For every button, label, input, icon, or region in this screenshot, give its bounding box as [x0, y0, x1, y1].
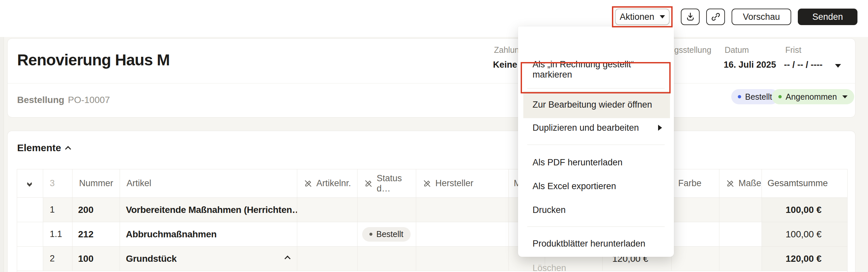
- gray-dot-icon: [369, 233, 372, 236]
- empty-cell: [672, 247, 719, 271]
- empty-cell: [358, 198, 416, 222]
- document-type-label: Bestellung: [17, 95, 64, 105]
- submenu-arrow-icon: [658, 125, 662, 131]
- edit-disabled-icon: [423, 179, 431, 188]
- empty-cell: [416, 247, 509, 271]
- items-table: 3 Nummer Artikel Artikelnr. Status d… He…: [17, 169, 847, 272]
- empty-cell: [297, 198, 358, 222]
- send-button[interactable]: Senden: [798, 8, 858, 25]
- download-icon: [685, 12, 695, 22]
- edit-disabled-icon: [364, 179, 373, 188]
- empty-cell: [297, 247, 358, 271]
- edit-disabled-icon: [726, 179, 735, 188]
- empty-cell: [416, 198, 509, 222]
- menu-item-delete[interactable]: Löschen: [518, 256, 674, 272]
- menu-divider: [527, 88, 665, 88]
- blue-dot-icon: [738, 95, 741, 98]
- preview-button[interactable]: Vorschau: [732, 8, 791, 25]
- status-pill-bestellt: Bestellt: [362, 227, 411, 242]
- column-header-gesamtsumme[interactable]: Gesamtsumme: [762, 169, 847, 198]
- empty-cell: [672, 222, 719, 247]
- sidebar-edge: [0, 37, 4, 272]
- menu-divider: [527, 144, 665, 145]
- row-expand-cell: [17, 247, 43, 271]
- row-code-cell[interactable]: 100: [72, 247, 120, 271]
- column-header-artikelnr[interactable]: Artikelnr.: [297, 169, 358, 198]
- row-number-cell[interactable]: 1.1: [43, 222, 72, 247]
- date-label: Datum: [725, 45, 749, 55]
- row-number-cell[interactable]: 1: [43, 198, 72, 222]
- row-article-cell[interactable]: Abbruchmaßnahmen: [120, 222, 297, 247]
- empty-cell: [719, 198, 762, 222]
- column-header-hersteller[interactable]: Hersteller: [416, 169, 509, 198]
- row-status-cell[interactable]: Bestellt: [358, 222, 416, 247]
- column-header-farbe[interactable]: Farbe: [672, 169, 719, 198]
- column-header-status[interactable]: Status d…: [358, 169, 416, 198]
- collapse-group-icon[interactable]: [284, 255, 290, 262]
- elements-section-title: Elemente: [17, 142, 61, 154]
- empty-cell: [416, 222, 509, 247]
- due-label: Frist: [785, 45, 801, 55]
- row-article-cell[interactable]: Grundstück: [120, 247, 297, 271]
- green-dot-icon: [778, 95, 782, 98]
- row-total-cell: 120,00 €: [762, 247, 847, 271]
- download-button[interactable]: [681, 8, 700, 25]
- copy-link-button[interactable]: [706, 8, 725, 25]
- collapse-section-icon[interactable]: [66, 146, 70, 153]
- menu-item-export-excel[interactable]: Als Excel exportieren: [518, 174, 674, 198]
- status-badge-label: Bestellt: [745, 92, 772, 102]
- row-number-cell[interactable]: 2: [43, 247, 72, 271]
- expand-all-rows-button[interactable]: [17, 169, 43, 198]
- row-code-cell[interactable]: 200: [72, 198, 120, 222]
- empty-cell: [297, 222, 358, 247]
- stellung-label-fragment: gsstellung: [674, 45, 711, 55]
- chevron-down-icon: [842, 96, 847, 98]
- page-title: Renovierung Haus M: [17, 51, 170, 69]
- menu-item-duplicate[interactable]: Duplizieren und bearbeiten: [518, 116, 674, 140]
- menu-item-reopen[interactable]: Zur Bearbeitung wieder öffnen: [518, 93, 674, 116]
- preview-button-label: Vorschau: [743, 12, 780, 22]
- edit-disabled-icon: [304, 179, 312, 188]
- row-expand-cell: [17, 222, 43, 247]
- empty-cell: [719, 247, 762, 271]
- document-number: PO-10007: [68, 95, 110, 105]
- actions-menu: Als „in Rechnung gestellt“ markieren Zur…: [518, 26, 674, 257]
- due-value[interactable]: -- / -- / ----: [784, 60, 823, 70]
- payment-terms-label: Zahlun: [494, 45, 519, 55]
- row-total-cell: 100,00 €: [762, 222, 847, 247]
- chevron-down-icon: [660, 15, 665, 19]
- status-badge-label: Angenommen: [786, 92, 837, 102]
- column-header-artikel[interactable]: Artikel: [120, 169, 297, 198]
- menu-item-mark-invoiced[interactable]: Als „in Rechnung gestellt“ markieren: [518, 58, 674, 82]
- empty-cell: [719, 222, 762, 247]
- payment-terms-value[interactable]: Keine: [493, 60, 517, 70]
- menu-item-print[interactable]: Drucken: [518, 198, 674, 222]
- send-button-label: Senden: [812, 12, 843, 22]
- empty-cell: [358, 247, 416, 271]
- card-divider: [7, 83, 855, 83]
- row-code-cell[interactable]: 212: [72, 222, 120, 247]
- menu-item-download-pdf[interactable]: Als PDF herunterladen: [518, 151, 674, 174]
- column-header-masse[interactable]: Maße: [719, 169, 762, 198]
- row-article-cell[interactable]: Vorbereitende Maßnahmen (Herrichten…: [120, 198, 297, 222]
- actions-button-label: Aktionen: [620, 12, 654, 22]
- column-header-count: 3: [43, 169, 72, 198]
- row-total-cell: 100,00 €: [762, 198, 847, 222]
- double-chevron-down-icon: [28, 183, 31, 185]
- due-dropdown-caret-icon[interactable]: [835, 64, 841, 68]
- menu-item-download-product-sheets[interactable]: Produktblätter herunterladen: [518, 232, 674, 255]
- column-header-nummer[interactable]: Nummer: [72, 169, 120, 198]
- menu-divider: [527, 226, 665, 227]
- date-value[interactable]: 16. Juli 2025: [724, 60, 776, 70]
- actions-button[interactable]: Aktionen: [615, 8, 670, 25]
- row-expand-cell: [17, 198, 43, 222]
- link-icon: [711, 12, 721, 22]
- status-badge-angenommen[interactable]: Angenommen: [772, 89, 854, 104]
- empty-cell: [672, 198, 719, 222]
